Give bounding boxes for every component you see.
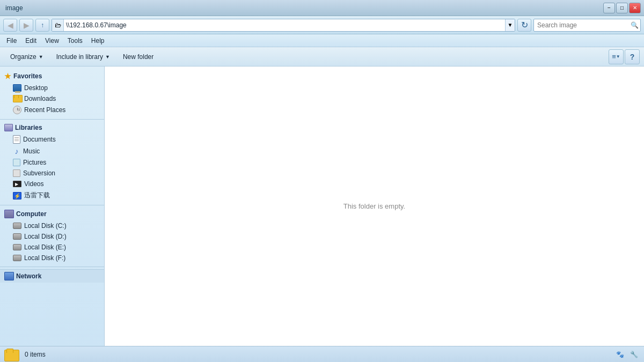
sidebar-item-recent-places[interactable]: Recent Places	[0, 104, 104, 116]
documents-icon	[13, 135, 20, 144]
back-button[interactable]: ◀	[3, 19, 17, 32]
maximize-button[interactable]: □	[616, 3, 628, 13]
status-icon-right[interactable]: 🔧	[628, 349, 640, 360]
search-input[interactable]	[534, 21, 628, 29]
include-in-library-button[interactable]: Include in library ▼	[50, 49, 116, 64]
libraries-header[interactable]: Libraries	[0, 122, 104, 134]
sidebar-item-local-disk-c[interactable]: Local Disk (C:)	[0, 220, 104, 231]
title-bar: image − □ ✕	[0, 0, 644, 16]
refresh-button[interactable]: ↻	[517, 19, 531, 32]
address-input[interactable]	[64, 21, 505, 29]
sidebar-item-local-disk-d[interactable]: Local Disk (D:)	[0, 231, 104, 242]
sidebar-item-network[interactable]: Network	[0, 269, 104, 283]
sidebar-item-local-disk-f[interactable]: Local Disk (F:)	[0, 253, 104, 263]
forward-button[interactable]: ▶	[19, 19, 33, 32]
subversion-icon	[13, 169, 20, 177]
music-label: Music	[23, 147, 40, 155]
new-folder-label: New folder	[123, 53, 153, 61]
favorites-header[interactable]: ★ Favorites	[0, 70, 104, 83]
title-bar-text: image	[3, 4, 603, 12]
videos-icon	[13, 181, 21, 187]
computer-section: Computer Local Disk (C:) Local Disk (D:)…	[0, 208, 104, 263]
status-right-controls: 🐾 🔧	[614, 349, 640, 360]
address-dropdown-button[interactable]: ▼	[505, 19, 515, 31]
menu-tools[interactable]: Tools	[63, 36, 87, 46]
sidebar-item-videos[interactable]: Videos	[0, 179, 104, 189]
music-icon: ♪	[13, 147, 20, 156]
libraries-label: Libraries	[15, 124, 42, 131]
menu-file[interactable]: File	[2, 36, 21, 46]
divider-2	[0, 205, 104, 205]
drive-d-icon	[13, 233, 21, 240]
network-icon	[4, 272, 14, 280]
sidebar-item-documents[interactable]: Documents	[0, 134, 104, 145]
sidebar: ★ Favorites Desktop Downloads Recent Pla…	[0, 67, 105, 346]
address-bar[interactable]: 🗁 ▼	[52, 19, 515, 32]
computer-header[interactable]: Computer	[0, 208, 104, 220]
drive-c-icon	[13, 223, 21, 229]
desktop-icon	[13, 84, 21, 92]
sidebar-item-thunder[interactable]: ⚡ 迅雷下载	[0, 189, 104, 202]
recent-places-icon	[13, 106, 21, 114]
status-icon-left[interactable]: 🐾	[614, 349, 626, 360]
navigation-bar: ◀ ▶ ↑ 🗁 ▼ ↻ 🔍	[0, 16, 644, 34]
sidebar-item-pictures[interactable]: Pictures	[0, 157, 104, 168]
divider-1	[0, 119, 104, 120]
drive-f-icon	[13, 255, 21, 261]
sidebar-item-subversion[interactable]: Subversion	[0, 168, 104, 179]
organize-label: Organize	[10, 53, 36, 61]
toolbar: Organize ▼ Include in library ▼ New fold…	[0, 47, 644, 67]
status-items-count: 0 items	[25, 351, 46, 358]
title-bar-controls: − □ ✕	[603, 3, 641, 13]
menu-view[interactable]: View	[41, 36, 63, 46]
menu-edit[interactable]: Edit	[21, 36, 41, 46]
thunder-icon: ⚡	[13, 192, 21, 200]
status-bar: 0 items 🐾 🔧	[0, 346, 644, 362]
recent-places-label: Recent Places	[24, 106, 65, 114]
include-library-label: Include in library	[56, 53, 103, 61]
menu-help[interactable]: Help	[87, 36, 109, 46]
close-button[interactable]: ✕	[629, 3, 641, 13]
favorites-star-icon: ★	[4, 72, 11, 80]
downloads-label: Downloads	[24, 95, 56, 102]
desktop-label: Desktop	[24, 84, 48, 92]
main-area: ★ Favorites Desktop Downloads Recent Pla…	[0, 67, 644, 346]
computer-icon	[4, 210, 14, 218]
help-icon: ?	[630, 53, 635, 61]
sidebar-item-music[interactable]: ♪ Music	[0, 145, 104, 157]
sidebar-item-desktop[interactable]: Desktop	[0, 83, 104, 93]
thunder-label: 迅雷下载	[24, 191, 50, 200]
help-button[interactable]: ?	[625, 49, 640, 64]
downloads-icon	[13, 95, 21, 102]
organize-button[interactable]: Organize ▼	[4, 49, 49, 64]
change-view-icon: ≡	[612, 53, 616, 61]
organize-arrow-icon: ▼	[39, 54, 43, 60]
status-folder-icon	[4, 348, 19, 361]
sidebar-item-local-disk-e[interactable]: Local Disk (E:)	[0, 242, 104, 253]
local-disk-f-label: Local Disk (F:)	[24, 254, 65, 262]
pictures-icon	[13, 159, 20, 166]
local-disk-e-label: Local Disk (E:)	[24, 243, 66, 251]
up-button[interactable]: ↑	[35, 19, 49, 32]
drive-e-icon	[13, 244, 21, 250]
subversion-label: Subversion	[23, 169, 55, 177]
search-bar[interactable]: 🔍	[533, 19, 641, 32]
content-area: This folder is empty.	[105, 67, 644, 346]
network-label: Network	[16, 272, 41, 280]
documents-label: Documents	[23, 136, 56, 143]
sidebar-item-downloads[interactable]: Downloads	[0, 93, 104, 104]
menu-bar: File Edit View Tools Help	[0, 34, 644, 47]
minimize-button[interactable]: −	[603, 3, 615, 13]
divider-3	[0, 267, 104, 267]
empty-folder-message: This folder is empty.	[343, 202, 405, 210]
libraries-icon	[4, 124, 13, 131]
libraries-section: Libraries Documents ♪ Music Pictures Sub…	[0, 122, 104, 202]
favorites-section: ★ Favorites Desktop Downloads Recent Pla…	[0, 70, 104, 116]
change-view-button[interactable]: ≡ ▼	[609, 49, 624, 64]
include-library-arrow-icon: ▼	[105, 54, 110, 60]
videos-label: Videos	[24, 180, 43, 188]
computer-label: Computer	[16, 210, 47, 218]
search-button[interactable]: 🔍	[628, 19, 640, 31]
change-view-arrow: ▼	[616, 54, 620, 59]
new-folder-button[interactable]: New folder	[117, 49, 159, 64]
